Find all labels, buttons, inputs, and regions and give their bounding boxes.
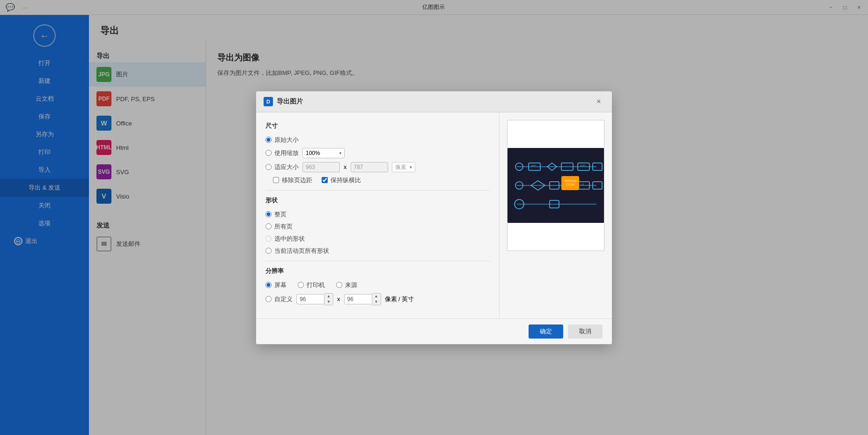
resolution-screen-label[interactable]: 屏幕	[265, 281, 287, 289]
spinbox-up-x[interactable]: ▲	[324, 294, 333, 299]
dialog-body: 尺寸 原始大小 使用缩放 100% 50%	[256, 112, 612, 318]
fit-unit-wrapper: 像素 厘米 英寸	[392, 162, 415, 172]
resolution-source-radio[interactable]	[336, 282, 342, 288]
fit-unit-select[interactable]: 像素 厘米 英寸	[392, 162, 415, 172]
remove-margin-checkbox[interactable]	[273, 177, 279, 183]
custom-x-spinbox: ▲ ▼	[296, 293, 333, 305]
size-zoom-label[interactable]: 使用缩放	[265, 149, 299, 157]
flowchart-svg: 带控制点的 工艺流程 STEP1	[508, 148, 604, 223]
shape-allpages-label[interactable]: 所有页	[265, 222, 293, 231]
shape-allpages-text: 所有页	[274, 222, 293, 231]
spinbox-up-y[interactable]: ▲	[372, 294, 381, 299]
size-fit-radio[interactable]	[265, 164, 272, 170]
svg-text:带控制点的: 带控制点的	[565, 179, 576, 182]
dialog-title-icon: D	[264, 97, 273, 106]
size-zoom-radio[interactable]	[265, 150, 272, 156]
dialog-overlay: D 导出图片 × 尺寸 原始大小 使用缩	[0, 0, 868, 435]
zoom-select-wrapper: 100% 50% 75% 150% 200%	[302, 148, 345, 158]
remove-margin-text: 移除页边距	[282, 176, 312, 184]
custom-y-input[interactable]	[344, 294, 372, 304]
zoom-select[interactable]: 100% 50% 75% 150% 200%	[302, 148, 345, 158]
spinbox-down-x[interactable]: ▼	[324, 299, 333, 305]
size-original-row: 原始大小	[265, 136, 490, 144]
svg-text:工艺流程: 工艺流程	[566, 183, 575, 186]
size-original-radio[interactable]	[265, 137, 272, 143]
size-section-title: 尺寸	[265, 122, 490, 130]
shape-activepage-row: 当前活动页所有形状	[265, 247, 490, 255]
preview-image: 带控制点的 工艺流程 STEP1	[508, 148, 604, 223]
keep-ratio-label[interactable]: 保持纵横比	[322, 176, 361, 184]
resolution-options-row: 屏幕 打印机 来源	[265, 281, 490, 289]
shape-activepage-radio[interactable]	[265, 248, 272, 254]
resolution-printer-label[interactable]: 打印机	[298, 281, 325, 289]
custom-y-spinbox: ▲ ▼	[344, 293, 381, 305]
custom-dpi-row: 自定义 ▲ ▼ x ▲ ▼	[265, 293, 490, 305]
custom-dpi-x-sep: x	[337, 295, 340, 302]
shape-selected-row: 选中的形状	[265, 235, 490, 243]
dialog-title-text: 导出图片	[277, 97, 303, 106]
shape-selected-text: 选中的形状	[274, 235, 305, 243]
fit-x-separator: x	[344, 163, 347, 170]
spinbox-down-y[interactable]: ▼	[372, 299, 381, 305]
resolution-screen-radio[interactable]	[265, 282, 272, 288]
shape-allpages-radio[interactable]	[265, 223, 272, 229]
shape-wholepage-label[interactable]: 整页	[265, 210, 287, 219]
size-fit-row: 适应大小 x 像素 厘米 英寸	[265, 162, 490, 172]
shape-activepage-text: 当前活动页所有形状	[274, 247, 329, 255]
fit-height-input[interactable]	[351, 162, 388, 172]
confirm-button[interactable]: 确定	[529, 324, 563, 339]
resolution-screen-text: 屏幕	[274, 281, 287, 289]
resolution-source-text: 来源	[345, 281, 357, 289]
dialog-preview: 带控制点的 工艺流程 STEP1	[500, 112, 612, 318]
shape-allpages-row: 所有页	[265, 222, 490, 231]
cancel-button[interactable]: 取消	[568, 324, 603, 339]
export-image-dialog: D 导出图片 × 尺寸 原始大小 使用缩	[256, 91, 612, 344]
svg-text:STEP2: STEP2	[580, 165, 585, 167]
keep-ratio-checkbox[interactable]	[322, 177, 328, 183]
shape-selected-radio[interactable]	[265, 236, 272, 242]
size-original-label[interactable]: 原始大小	[265, 136, 299, 144]
custom-dpi-unit: 像素 / 英寸	[385, 295, 414, 303]
size-zoom-row: 使用缩放 100% 50% 75% 150% 200%	[265, 148, 490, 158]
shape-wholepage-radio[interactable]	[265, 211, 272, 217]
resolution-printer-text: 打印机	[307, 281, 325, 289]
dialog-title-bar: D 导出图片 ×	[256, 91, 612, 112]
svg-text:Y~23: Y~23	[580, 184, 584, 185]
spinbox-btns-x: ▲ ▼	[324, 293, 333, 305]
shape-wholepage-text: 整页	[274, 210, 287, 219]
dialog-footer: 确定 取消	[256, 318, 612, 344]
size-original-text: 原始大小	[274, 136, 299, 144]
remove-margin-label[interactable]: 移除页边距	[273, 176, 312, 184]
resolution-section-title: 分辨率	[265, 267, 490, 275]
dialog-form: 尺寸 原始大小 使用缩放 100% 50%	[256, 112, 500, 318]
keep-ratio-text: 保持纵横比	[331, 176, 361, 184]
size-zoom-text: 使用缩放	[274, 149, 299, 157]
resolution-source-label[interactable]: 来源	[336, 281, 357, 289]
svg-text:STEP1: STEP1	[531, 165, 536, 167]
dialog-title-content: D 导出图片	[264, 97, 303, 106]
custom-dpi-text: 自定义	[274, 295, 293, 303]
size-fit-text: 适应大小	[274, 163, 299, 171]
preview-area: 带控制点的 工艺流程 STEP1	[507, 120, 604, 251]
margin-ratio-row: 移除页边距 保持纵横比	[265, 176, 490, 184]
shape-wholepage-row: 整页	[265, 210, 490, 219]
spinbox-btns-y: ▲ ▼	[372, 293, 381, 305]
fit-width-input[interactable]	[302, 162, 340, 172]
custom-dpi-label[interactable]: 自定义	[265, 295, 293, 303]
shape-activepage-label[interactable]: 当前活动页所有形状	[265, 247, 329, 255]
custom-dpi-radio[interactable]	[265, 296, 272, 302]
shape-section-title: 形状	[265, 196, 490, 205]
dialog-close-button[interactable]: ×	[593, 96, 604, 107]
size-fit-label[interactable]: 适应大小	[265, 163, 299, 171]
resolution-printer-radio[interactable]	[298, 282, 304, 288]
custom-x-input[interactable]	[296, 294, 324, 304]
shape-selected-label[interactable]: 选中的形状	[265, 235, 305, 243]
